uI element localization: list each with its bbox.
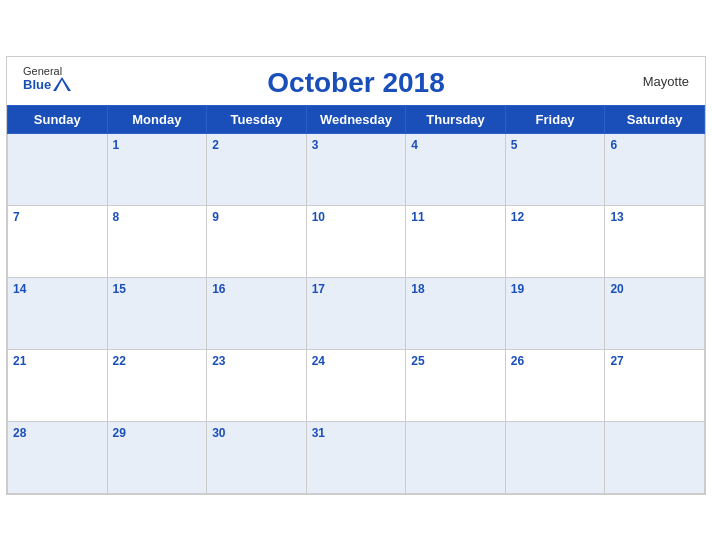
calendar-cell: 4: [406, 133, 506, 205]
logo: General Blue: [23, 65, 71, 92]
calendar-cell: 1: [107, 133, 207, 205]
day-number: 30: [212, 426, 225, 440]
calendar-cell: 12: [505, 205, 605, 277]
week-row-4: 28293031: [8, 421, 705, 493]
day-number: 26: [511, 354, 524, 368]
calendar-body: 1234567891011121314151617181920212223242…: [8, 133, 705, 493]
day-number: 31: [312, 426, 325, 440]
header-sunday: Sunday: [8, 105, 108, 133]
calendar-cell: 2: [207, 133, 307, 205]
month-title: October 2018: [267, 67, 444, 99]
day-number: 13: [610, 210, 623, 224]
calendar-cell: 14: [8, 277, 108, 349]
header-monday: Monday: [107, 105, 207, 133]
day-number: 29: [113, 426, 126, 440]
calendar-cell: 9: [207, 205, 307, 277]
week-row-1: 78910111213: [8, 205, 705, 277]
day-number: 2: [212, 138, 219, 152]
calendar-cell: [605, 421, 705, 493]
calendar-cell: 25: [406, 349, 506, 421]
header-wednesday: Wednesday: [306, 105, 406, 133]
calendar-cell: 7: [8, 205, 108, 277]
calendar-cell: 22: [107, 349, 207, 421]
day-number: 19: [511, 282, 524, 296]
calendar-cell: [505, 421, 605, 493]
calendar-cell: [406, 421, 506, 493]
calendar-cell: 19: [505, 277, 605, 349]
day-number: 4: [411, 138, 418, 152]
calendar: General Blue October 2018 Mayotte Sunday…: [6, 56, 706, 495]
day-number: 7: [13, 210, 20, 224]
day-number: 9: [212, 210, 219, 224]
calendar-cell: 16: [207, 277, 307, 349]
header-friday: Friday: [505, 105, 605, 133]
week-row-3: 21222324252627: [8, 349, 705, 421]
calendar-cell: 21: [8, 349, 108, 421]
day-number: 20: [610, 282, 623, 296]
day-number: 5: [511, 138, 518, 152]
header-tuesday: Tuesday: [207, 105, 307, 133]
logo-blue: Blue: [23, 77, 51, 92]
calendar-cell: 15: [107, 277, 207, 349]
day-number: 24: [312, 354, 325, 368]
calendar-cell: 24: [306, 349, 406, 421]
day-number: 10: [312, 210, 325, 224]
calendar-cell: 28: [8, 421, 108, 493]
calendar-cell: 31: [306, 421, 406, 493]
calendar-header: General Blue October 2018 Mayotte: [7, 57, 705, 105]
day-number: 6: [610, 138, 617, 152]
day-number: 25: [411, 354, 424, 368]
calendar-cell: 17: [306, 277, 406, 349]
calendar-cell: 18: [406, 277, 506, 349]
day-number: 27: [610, 354, 623, 368]
week-row-0: 123456: [8, 133, 705, 205]
header-thursday: Thursday: [406, 105, 506, 133]
calendar-cell: [8, 133, 108, 205]
calendar-table: Sunday Monday Tuesday Wednesday Thursday…: [7, 105, 705, 494]
week-row-2: 14151617181920: [8, 277, 705, 349]
calendar-cell: 29: [107, 421, 207, 493]
calendar-cell: 6: [605, 133, 705, 205]
day-number: 21: [13, 354, 26, 368]
logo-icon: [53, 77, 71, 91]
day-number: 14: [13, 282, 26, 296]
calendar-cell: 20: [605, 277, 705, 349]
calendar-cell: 30: [207, 421, 307, 493]
day-number: 28: [13, 426, 26, 440]
calendar-cell: 3: [306, 133, 406, 205]
region-label: Mayotte: [643, 73, 689, 88]
day-number: 18: [411, 282, 424, 296]
day-number: 3: [312, 138, 319, 152]
calendar-cell: 23: [207, 349, 307, 421]
calendar-cell: 8: [107, 205, 207, 277]
day-number: 16: [212, 282, 225, 296]
day-number: 8: [113, 210, 120, 224]
day-number: 17: [312, 282, 325, 296]
calendar-cell: 11: [406, 205, 506, 277]
day-number: 12: [511, 210, 524, 224]
day-number: 15: [113, 282, 126, 296]
calendar-cell: 13: [605, 205, 705, 277]
day-number: 22: [113, 354, 126, 368]
calendar-cell: 27: [605, 349, 705, 421]
weekday-header-row: Sunday Monday Tuesday Wednesday Thursday…: [8, 105, 705, 133]
logo-general: General: [23, 65, 62, 77]
day-number: 11: [411, 210, 424, 224]
day-number: 1: [113, 138, 120, 152]
calendar-cell: 5: [505, 133, 605, 205]
calendar-cell: 26: [505, 349, 605, 421]
day-number: 23: [212, 354, 225, 368]
header-saturday: Saturday: [605, 105, 705, 133]
calendar-cell: 10: [306, 205, 406, 277]
